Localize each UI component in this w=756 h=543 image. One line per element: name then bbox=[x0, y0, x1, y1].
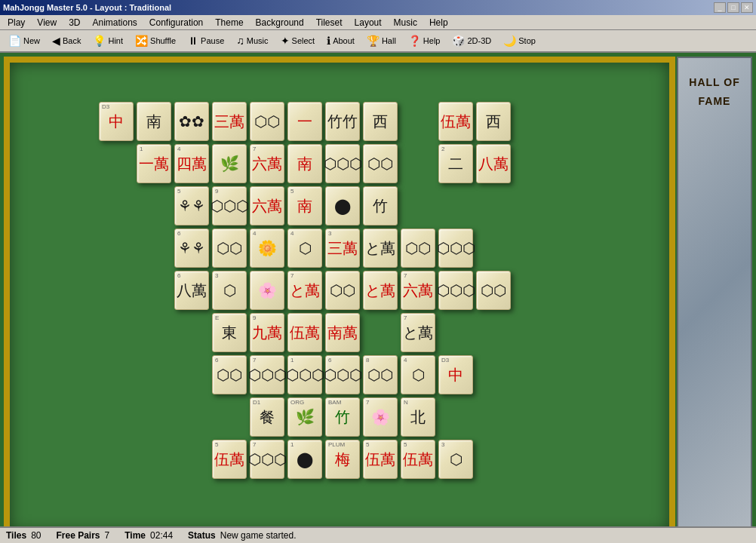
tile[interactable]: 7⬡⬡⬡ bbox=[250, 440, 284, 479]
hall-of-fame-text: HALL OF FAME bbox=[689, 73, 739, 111]
tile[interactable]: 3⬡ bbox=[212, 271, 247, 310]
tile[interactable]: ⬡⬡ bbox=[363, 144, 398, 183]
tile[interactable]: 6⬡⬡ bbox=[212, 355, 247, 394]
hall-of-fame-panel[interactable]: HALL OF FAME bbox=[677, 57, 752, 538]
tile[interactable]: N北 bbox=[401, 397, 435, 437]
tile[interactable]: ⬡⬡ bbox=[401, 229, 435, 268]
tile[interactable]: 南 bbox=[137, 102, 171, 141]
tile[interactable]: D1餐 bbox=[250, 397, 284, 437]
tile[interactable]: ORG🌿 bbox=[287, 397, 322, 437]
tile[interactable]: 西 bbox=[363, 102, 398, 141]
tile[interactable]: 竹竹 bbox=[325, 102, 360, 141]
tile[interactable]: 1一萬 bbox=[137, 144, 171, 183]
tile[interactable]: 八萬 bbox=[476, 144, 511, 183]
tile[interactable]: 1⬤ bbox=[287, 440, 322, 479]
menu-tileset[interactable]: Tileset bbox=[310, 16, 349, 29]
menu-3d[interactable]: 3D bbox=[63, 16, 86, 29]
tile[interactable]: 7🌸 bbox=[363, 397, 398, 437]
tile[interactable]: と萬 bbox=[363, 229, 398, 268]
menu-help[interactable]: Help bbox=[423, 16, 454, 29]
tile[interactable]: ⬡⬡ bbox=[212, 229, 247, 268]
tile[interactable]: 2二 bbox=[438, 144, 473, 183]
back-button[interactable]: ◀ Back bbox=[47, 32, 86, 50]
menu-theme[interactable]: Theme bbox=[209, 16, 249, 29]
menu-animations[interactable]: Animations bbox=[86, 16, 143, 29]
tile[interactable]: BAM竹 bbox=[325, 397, 360, 437]
tile[interactable]: 1⬡⬡⬡ bbox=[287, 355, 322, 394]
tile[interactable]: 竹 bbox=[363, 186, 398, 225]
window-controls[interactable]: _ □ ✕ bbox=[714, 2, 753, 13]
help-button[interactable]: ❓ Help bbox=[403, 32, 446, 50]
hint-button[interactable]: 💡 Hint bbox=[88, 32, 128, 50]
tiles-value: 80 bbox=[31, 530, 41, 541]
tile[interactable]: 4四萬 bbox=[174, 144, 209, 183]
game-status: Status New game started. bbox=[188, 530, 296, 541]
stop-button[interactable]: 🌙 Stop bbox=[498, 32, 541, 50]
tile[interactable]: 7六萬 bbox=[401, 271, 435, 310]
tile[interactable]: 9九萬 bbox=[250, 313, 284, 352]
tile[interactable]: 南 bbox=[287, 144, 322, 183]
new-button[interactable]: 📄 New bbox=[3, 32, 45, 50]
tile[interactable]: ⬡⬡ bbox=[250, 102, 284, 141]
tile[interactable]: 5⚘⚘ bbox=[174, 186, 209, 225]
tile[interactable]: ⬡⬡ bbox=[476, 271, 511, 310]
help-icon: ❓ bbox=[408, 35, 421, 47]
tile[interactable]: 一 bbox=[287, 102, 322, 141]
tile[interactable]: ⬡⬡⬡ bbox=[438, 229, 473, 268]
tile[interactable]: 西 bbox=[476, 102, 511, 141]
menu-layout[interactable]: Layout bbox=[349, 16, 388, 29]
menu-play[interactable]: Play bbox=[2, 16, 31, 29]
menu-background[interactable]: Background bbox=[250, 16, 310, 29]
tile tile-selected[interactable]: 六萬 bbox=[250, 186, 284, 225]
tile[interactable]: 6八萬 bbox=[174, 271, 209, 310]
menu-music[interactable]: Music bbox=[388, 16, 423, 29]
tile[interactable]: 8⬡⬡ bbox=[363, 355, 398, 394]
pause-button[interactable]: ⏸ Pause bbox=[183, 32, 229, 50]
shuffle-button[interactable]: 🔀 Shuffle bbox=[130, 32, 181, 50]
tile[interactable]: と萬 bbox=[363, 271, 398, 310]
tile[interactable]: 5南 bbox=[287, 186, 322, 225]
tile[interactable]: 7六萬 bbox=[250, 144, 284, 183]
tile[interactable]: E東 bbox=[212, 313, 247, 352]
tile[interactable]: 6⬡⬡⬡ bbox=[325, 355, 360, 394]
tile[interactable]: ⬡⬡⬡ bbox=[325, 144, 360, 183]
minimize-button[interactable]: _ bbox=[714, 2, 726, 13]
tile[interactable]: 5伍萬 bbox=[401, 440, 435, 479]
tile[interactable]: 7⬡⬡⬡ bbox=[250, 355, 284, 394]
tile tile-selected[interactable]: 🌸 bbox=[250, 271, 284, 310]
tile[interactable]: 4⬡ bbox=[401, 355, 435, 394]
tile[interactable]: ✿✿ bbox=[174, 102, 209, 141]
menu-view[interactable]: View bbox=[31, 16, 63, 29]
tile[interactable]: 伍萬 bbox=[287, 313, 322, 352]
tile tile-selected[interactable]: 4🌼 bbox=[250, 229, 284, 268]
tile[interactable]: 3三萬 bbox=[325, 229, 360, 268]
select-button[interactable]: ✦ Select bbox=[275, 32, 321, 50]
tile[interactable]: 3⬡ bbox=[438, 440, 473, 479]
tile[interactable]: D3中 bbox=[99, 102, 134, 141]
tile[interactable]: ⬤ bbox=[325, 186, 360, 225]
music-button[interactable]: ♫ Music bbox=[231, 32, 273, 50]
tile[interactable]: 9⬡⬡⬡ bbox=[212, 186, 247, 225]
tile[interactable]: 5伍萬 bbox=[212, 440, 247, 479]
tile[interactable]: 5伍萬 bbox=[363, 440, 398, 479]
tile[interactable]: PLUM梅 bbox=[325, 440, 360, 479]
tile[interactable]: D3中 bbox=[438, 355, 473, 394]
tile[interactable]: 4⬡ bbox=[287, 229, 322, 268]
tile[interactable]: ⬡⬡ bbox=[325, 271, 360, 310]
about-button[interactable]: ℹ About bbox=[321, 32, 360, 50]
tile[interactable]: ⬡⬡⬡ bbox=[438, 271, 473, 310]
2d3d-button[interactable]: 🎲 2D-3D bbox=[447, 32, 496, 50]
menu-configuration[interactable]: Configuration bbox=[143, 16, 209, 29]
maximize-button[interactable]: □ bbox=[727, 2, 739, 13]
tile[interactable]: 7と萬 bbox=[287, 271, 322, 310]
tile[interactable]: 伍萬 bbox=[438, 102, 473, 141]
tile[interactable]: 南萬 bbox=[325, 313, 360, 352]
hall-button[interactable]: 🏆 Hall bbox=[361, 32, 401, 50]
toolbar: 📄 New ◀ Back 💡 Hint 🔀 Shuffle ⏸ Pause ♫ … bbox=[0, 30, 756, 53]
tile[interactable]: 6⚘⚘ bbox=[174, 229, 209, 268]
tile[interactable]: 7と萬 bbox=[401, 313, 435, 352]
tiles-status: Tiles 80 bbox=[6, 530, 41, 541]
close-button[interactable]: ✕ bbox=[741, 2, 753, 13]
tile[interactable]: 三萬 bbox=[212, 102, 247, 141]
tile[interactable]: 🌿 bbox=[212, 144, 247, 183]
